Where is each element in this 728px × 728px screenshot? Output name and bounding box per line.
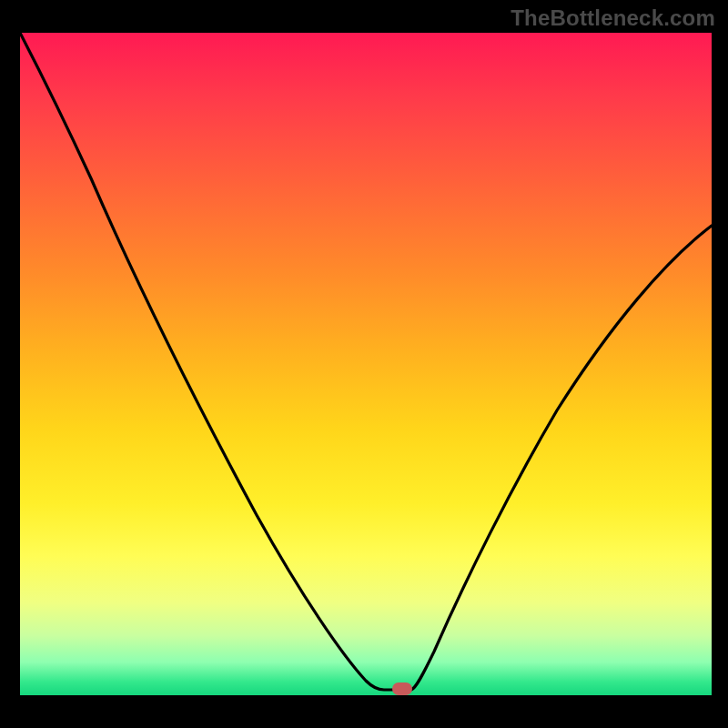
optimum-marker [392, 682, 412, 695]
plot-area [20, 33, 712, 695]
chart-frame: TheBottleneck.com [0, 0, 728, 728]
bottleneck-curve [20, 33, 712, 695]
curve-path [20, 33, 712, 690]
watermark-text: TheBottleneck.com [511, 5, 715, 31]
